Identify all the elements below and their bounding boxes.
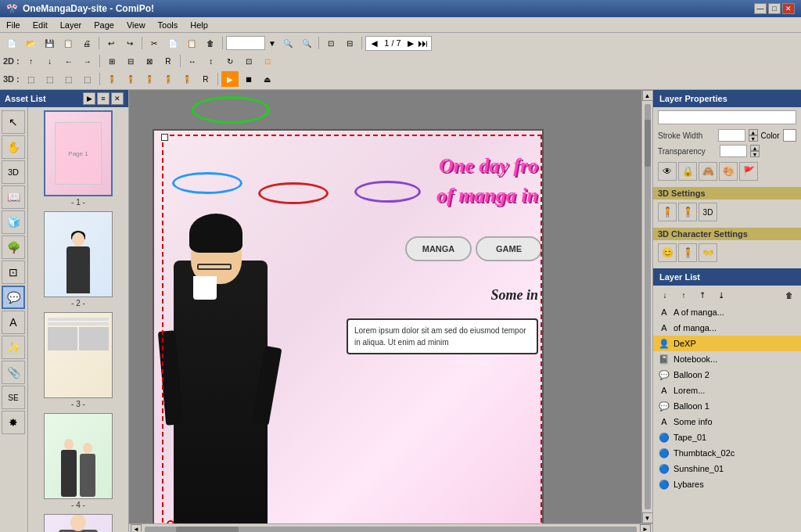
tb-3d-r[interactable]: R xyxy=(197,71,214,87)
layer-item-lorem[interactable]: A Lorem... xyxy=(653,383,801,398)
h-scroll-thumb[interactable] xyxy=(176,527,239,533)
icon-3d-char-1[interactable]: 😊 xyxy=(658,243,677,262)
asset-expand-btn[interactable]: ▶ xyxy=(83,92,95,105)
tb-3d-1[interactable]: ⬚ xyxy=(23,71,40,87)
tb-copy[interactable]: 📄 xyxy=(164,35,181,51)
icon-flag[interactable]: 🚩 xyxy=(739,162,758,181)
tb-3d-pose1[interactable]: 🧍 xyxy=(103,71,120,87)
stroke-width-input[interactable]: 0 xyxy=(718,129,745,142)
thumb-img-3[interactable] xyxy=(44,312,113,398)
menu-help[interactable]: Help xyxy=(184,19,214,31)
layer-item-0[interactable]: A A of manga... xyxy=(653,304,801,320)
layer-item-balloon2[interactable]: 💬 Balloon 2 xyxy=(653,367,801,383)
ll-move-up[interactable]: ↑ xyxy=(675,287,692,303)
thumb-page-4[interactable]: - 4 - xyxy=(31,413,125,509)
tb-delete[interactable]: 🗑 xyxy=(202,35,219,51)
layer-item-thumbtack[interactable]: 🔵 Thumbtack_02c xyxy=(653,445,801,461)
transparency-spin-up[interactable]: ▲ xyxy=(750,145,760,151)
thumb-img-4[interactable] xyxy=(44,413,113,499)
tb-3d-pose3[interactable]: 🧍 xyxy=(141,71,158,87)
tb-2d-right[interactable]: → xyxy=(79,53,96,69)
layer-item-balloon1[interactable]: 💬 Balloon 1 xyxy=(653,398,801,414)
layer-item-someinfo[interactable]: A Some info xyxy=(653,414,801,430)
v-scrollbar[interactable]: ▲ ▼ xyxy=(641,90,652,523)
tool-effect[interactable]: ✨ xyxy=(2,336,25,359)
tb-zoom-in[interactable]: 🔍 xyxy=(279,35,296,51)
menu-tools[interactable]: Tools xyxy=(152,19,185,31)
tb-3d-2[interactable]: ⬚ xyxy=(41,71,59,87)
page-last-btn[interactable]: ⏭ xyxy=(418,38,428,49)
icon-eye[interactable]: 👁 xyxy=(658,162,677,181)
tb-fit-page[interactable]: ⊡ xyxy=(322,35,339,51)
tb-2d-1[interactable]: ⊞ xyxy=(103,53,120,69)
tool-3d-char[interactable]: 3D xyxy=(2,160,25,184)
transparency-spin-down[interactable]: ▼ xyxy=(750,151,760,157)
stroke-spin-down[interactable]: ▼ xyxy=(749,135,758,142)
tool-pan[interactable]: ✋ xyxy=(2,135,25,159)
tool-burst[interactable]: ✸ xyxy=(2,411,25,434)
tb-3d-pose5[interactable]: 🧍 xyxy=(178,71,196,87)
tb-2d-4[interactable]: R xyxy=(160,53,177,69)
tb-3d-pose4[interactable]: 🧍 xyxy=(160,71,177,87)
layer-name-input[interactable]: DeXP xyxy=(658,110,796,124)
tb-2d-sz1[interactable]: ⊡ xyxy=(240,53,257,69)
layer-item-dexp[interactable]: 👤 DeXP xyxy=(653,336,801,351)
icon-3d-3[interactable]: 3D xyxy=(699,203,717,221)
icon-3d-2[interactable]: 🧍 xyxy=(678,203,697,221)
page-next-btn[interactable]: ► xyxy=(406,38,416,49)
zoom-dropdown[interactable]: ▼ xyxy=(267,35,278,51)
tool-text[interactable]: A xyxy=(2,311,25,334)
close-button[interactable]: ✕ xyxy=(782,3,795,14)
icon-3d-char-2[interactable]: 🧍 xyxy=(678,243,697,262)
menu-file[interactable]: File xyxy=(0,19,27,31)
v-scroll-up[interactable]: ▲ xyxy=(642,90,653,101)
tool-balloon[interactable]: 💬 xyxy=(2,286,25,309)
thumb-img-2[interactable] xyxy=(44,211,113,297)
thumb-page-2[interactable]: - 2 - xyxy=(31,211,125,307)
tb-2d-2[interactable]: ⊟ xyxy=(122,53,139,69)
tb-paste[interactable]: 📋 xyxy=(183,35,200,51)
color-swatch[interactable] xyxy=(783,129,796,142)
menu-view[interactable]: View xyxy=(120,19,152,31)
tb-2d-sz2[interactable]: ⊡ xyxy=(259,53,276,69)
layer-item-sunshine[interactable]: 🔵 Sunshine_01 xyxy=(653,461,801,476)
manga-button[interactable]: MANGA xyxy=(405,236,472,261)
tb-2d-rot[interactable]: ↻ xyxy=(221,53,239,69)
icon-hide[interactable]: 🙈 xyxy=(699,162,717,181)
asset-list-btn[interactable]: ≡ xyxy=(97,92,110,105)
tb-2d-down[interactable]: ↓ xyxy=(41,53,59,69)
tb-2d-flip-h[interactable]: ↔ xyxy=(184,53,201,69)
transparency-input[interactable]: 0 xyxy=(720,145,747,157)
tb-2d-up[interactable]: ↑ xyxy=(23,53,40,69)
icon-3d-1[interactable]: 🧍 xyxy=(658,203,677,221)
h-scroll-right[interactable]: ► xyxy=(640,524,651,533)
tb-2d-flip-v[interactable]: ↕ xyxy=(203,53,220,69)
tool-frame[interactable]: ⊡ xyxy=(2,261,25,284)
tool-background[interactable]: 🌳 xyxy=(2,235,25,259)
tool-select[interactable]: ↖ xyxy=(2,110,25,134)
asset-close-btn[interactable]: ✕ xyxy=(111,92,124,105)
ll-delete[interactable]: 🗑 xyxy=(781,287,798,303)
zoom-input[interactable]: 111% xyxy=(226,36,265,50)
v-scroll-thumb[interactable] xyxy=(645,120,651,167)
maximize-button[interactable]: □ xyxy=(768,3,781,14)
tb-3d-pose2[interactable]: 🧍 xyxy=(122,71,139,87)
tb-3d-stop[interactable]: ⏹ xyxy=(240,71,257,87)
menu-layer[interactable]: Layer xyxy=(54,19,88,31)
tb-redo[interactable]: ↪ xyxy=(121,35,138,51)
icon-lock[interactable]: 🔒 xyxy=(678,162,697,181)
thumb-img-5[interactable] xyxy=(44,514,113,532)
layer-item-1[interactable]: A of manga... xyxy=(653,320,801,336)
tb-2d-left[interactable]: ← xyxy=(60,53,77,69)
ll-move-top[interactable]: ⤒ xyxy=(694,287,711,303)
tb-zoom-out[interactable]: 🔍 xyxy=(298,35,315,51)
icon-3d-char-3[interactable]: 👐 xyxy=(699,243,717,262)
layer-item-tape[interactable]: 🔵 Tape_01 xyxy=(653,430,801,445)
page-prev-btn[interactable]: ◄ xyxy=(369,38,379,49)
tb-save[interactable]: 💾 xyxy=(41,35,58,51)
thumb-img-1[interactable]: Page 1 xyxy=(44,110,113,196)
tb-open[interactable]: 📂 xyxy=(22,35,39,51)
tb-new[interactable]: 📄 xyxy=(3,35,20,51)
tb-print[interactable]: 🖨 xyxy=(78,35,95,51)
menu-edit[interactable]: Edit xyxy=(27,19,54,31)
